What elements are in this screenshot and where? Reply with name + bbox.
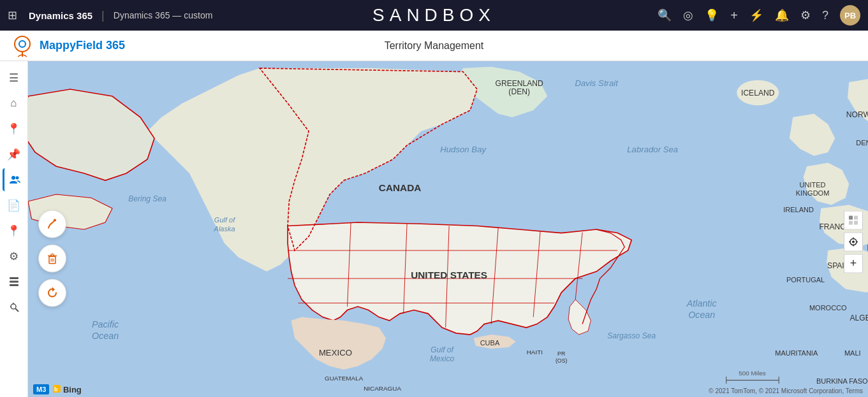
svg-text:Atlantic: Atlantic	[686, 298, 717, 308]
my-location-button[interactable]	[844, 232, 863, 251]
sidebar-item-tools[interactable]	[3, 296, 26, 319]
filter-icon[interactable]: ⚡	[749, 8, 763, 22]
svg-rect-80	[849, 215, 853, 219]
refresh-icon	[46, 286, 59, 299]
top-nav-icons: 🔍 ◎ 💡 + ⚡ 🔔 ⚙ ? PB	[658, 5, 860, 25]
layers-icon	[8, 276, 20, 287]
svg-text:UNITED: UNITED	[800, 181, 826, 189]
svg-text:UNITED STATES: UNITED STATES	[411, 270, 487, 280]
sidebar-item-document[interactable]: 📄	[3, 194, 26, 217]
dynamics365-label[interactable]: Dynamics 365	[29, 10, 92, 21]
map-copyright: © 2021 TomTom, © 2021 Microsoft Corporat…	[709, 387, 863, 394]
sidebar-item-settings[interactable]: ⚙	[3, 245, 26, 268]
bing-icon: b	[53, 385, 61, 393]
logo-area[interactable]: MappyField 365	[10, 34, 125, 58]
draw-button[interactable]	[38, 210, 66, 238]
svg-text:Sargasso Sea: Sargasso Sea	[607, 331, 656, 340]
lightbulb-icon[interactable]: 💡	[705, 8, 719, 22]
svg-text:Ocean: Ocean	[92, 331, 119, 341]
svg-text:500 Miles: 500 Miles	[739, 370, 765, 377]
svg-text:Gulf of: Gulf of	[430, 345, 454, 354]
svg-text:Bering Sea: Bering Sea	[128, 194, 166, 203]
svg-point-4	[16, 177, 19, 180]
svg-point-8	[11, 304, 16, 309]
svg-text:HAITI: HAITI	[527, 349, 543, 356]
svg-point-0	[15, 36, 30, 52]
sidebar-item-location[interactable]: 📌	[3, 143, 26, 166]
search-icon[interactable]: 🔍	[658, 8, 672, 22]
grid-icon[interactable]: ⊞	[8, 8, 17, 22]
svg-rect-83	[854, 220, 858, 224]
svg-text:PR: PR	[557, 350, 565, 357]
sidebar-item-people[interactable]	[3, 168, 26, 191]
user-avatar[interactable]: PB	[840, 5, 860, 25]
help-icon[interactable]: ?	[822, 9, 828, 22]
notification-icon[interactable]: 🔔	[775, 8, 789, 22]
svg-point-1	[19, 41, 26, 47]
map-attribution: M3 b Bing	[33, 384, 82, 394]
svg-text:(DEN): (DEN)	[508, 87, 530, 96]
svg-text:ALGERIA: ALGERIA	[850, 314, 868, 322]
top-navigation: ⊞ Dynamics 365 | Dynamics 365 — custom S…	[0, 0, 868, 31]
delete-icon	[46, 252, 59, 264]
left-sidebar: ☰ ⌂ 📍 📌 📄 📍 ⚙	[0, 61, 28, 397]
svg-text:PORTUGAL: PORTUGAL	[786, 276, 825, 284]
svg-rect-5	[10, 277, 18, 279]
nav-divider: |	[101, 9, 105, 22]
m3-badge: M3	[33, 384, 49, 394]
layer-toggle-button[interactable]	[844, 210, 863, 229]
custom-label: Dynamics 365 — custom	[114, 10, 213, 20]
refresh-button[interactable]	[38, 278, 66, 307]
svg-point-85	[852, 240, 855, 243]
map-action-buttons	[38, 210, 66, 307]
svg-point-3	[11, 176, 15, 180]
sidebar-item-layers[interactable]	[3, 270, 26, 293]
svg-text:Ocean: Ocean	[688, 310, 715, 320]
page-title: Territory Management	[385, 40, 484, 52]
svg-text:MEXICO: MEXICO	[319, 348, 352, 357]
bing-logo: b Bing	[53, 385, 82, 394]
sandbox-title: SANDBOX	[372, 5, 496, 25]
layer-toggle-icon	[848, 215, 858, 225]
bing-text: Bing	[63, 385, 82, 394]
svg-text:Davis Strait: Davis Strait	[575, 78, 619, 88]
sidebar-item-menu[interactable]: ☰	[3, 66, 26, 89]
svg-text:Gulf of: Gulf of	[214, 216, 235, 224]
svg-text:NICARAGUA: NICARAGUA	[364, 385, 401, 392]
app-name-label: MappyField 365	[40, 39, 125, 52]
people-icon	[9, 174, 20, 185]
svg-text:IRELAND: IRELAND	[783, 206, 814, 213]
svg-line-9	[15, 308, 18, 312]
delete-button[interactable]	[38, 244, 66, 272]
svg-text:MOROCCO: MOROCCO	[809, 304, 847, 312]
svg-point-70	[54, 219, 56, 221]
svg-text:Mexico: Mexico	[430, 354, 455, 363]
svg-rect-6	[10, 281, 18, 283]
svg-text:GREENLAND: GREENLAND	[496, 79, 544, 88]
svg-text:CANADA: CANADA	[379, 182, 422, 193]
sidebar-item-home[interactable]: ⌂	[3, 92, 26, 115]
sidebar-item-pin[interactable]: 📍	[3, 117, 26, 140]
zoom-in-button[interactable]: +	[844, 254, 863, 273]
svg-rect-7	[10, 284, 18, 286]
svg-text:(OS): (OS)	[555, 357, 568, 364]
target-icon[interactable]: ◎	[683, 8, 693, 22]
main-area: ☰ ⌂ 📍 📌 📄 📍 ⚙	[0, 61, 868, 397]
svg-text:CUBA: CUBA	[480, 339, 500, 347]
sidebar-item-map-pin[interactable]: 📍	[3, 219, 26, 242]
settings-icon[interactable]: ⚙	[800, 8, 811, 22]
svg-rect-82	[849, 220, 853, 224]
draw-icon	[46, 217, 59, 230]
svg-text:Labrador Sea: Labrador Sea	[627, 145, 678, 154]
svg-text:DENMARK: DENMARK	[856, 139, 868, 147]
svg-text:BURKINA FASO: BURKINA FASO	[816, 377, 868, 385]
svg-text:GUATEMALA: GUATEMALA	[325, 375, 364, 382]
svg-text:NORWAY: NORWAY	[846, 110, 868, 119]
svg-text:MAURITANIA: MAURITANIA	[775, 349, 818, 357]
svg-text:KINGDOM: KINGDOM	[796, 189, 830, 197]
map-container[interactable]: GREENLAND (DEN) ICELAND Davis Strait Hud…	[28, 61, 868, 397]
svg-text:b: b	[54, 386, 58, 393]
tools-icon	[8, 301, 20, 313]
plus-icon[interactable]: +	[730, 8, 738, 23]
svg-text:MALI: MALI	[844, 349, 861, 357]
